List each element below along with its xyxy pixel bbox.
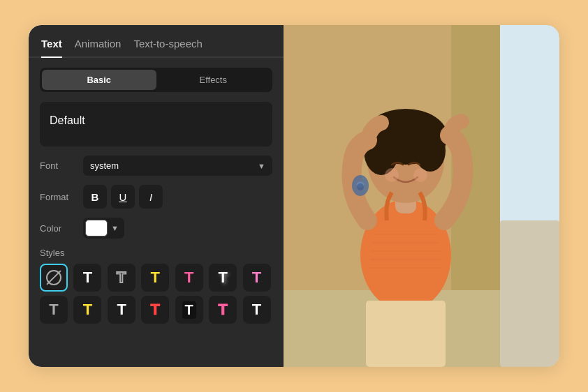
style-outline[interactable]: T <box>108 264 135 292</box>
color-picker[interactable]: ▼ <box>83 218 124 239</box>
style-t-shadow: T <box>218 269 227 287</box>
color-label: Color <box>40 223 83 234</box>
style-t-pink2: T <box>252 269 261 287</box>
style-plain[interactable]: T <box>73 264 101 292</box>
font-value: system <box>90 160 119 171</box>
preset-box: Default <box>40 102 272 146</box>
svg-point-11 <box>400 114 439 145</box>
tab-tts[interactable]: Text-to-speech <box>133 38 202 58</box>
style-t-plain: T <box>83 269 92 287</box>
style-t-red: T <box>151 301 160 319</box>
color-dropdown-arrow: ▼ <box>111 224 119 232</box>
sub-tab-basic[interactable]: Basic <box>42 70 156 90</box>
font-dropdown-arrow: ▼ <box>258 162 265 170</box>
style-shadow[interactable]: T <box>209 264 237 292</box>
bold-button[interactable]: B <box>83 185 107 209</box>
style-t-plain4: T <box>252 301 261 319</box>
photo-svg <box>284 25 559 367</box>
svg-point-13 <box>413 168 427 182</box>
style-yellow[interactable]: T <box>141 264 169 292</box>
no-style-icon <box>46 270 61 285</box>
format-row: Format B U I <box>40 185 272 209</box>
style-pink3[interactable]: T <box>209 296 237 324</box>
style-red[interactable]: T <box>141 296 169 324</box>
preset-label: Default <box>50 114 85 126</box>
italic-button[interactable]: I <box>139 185 163 209</box>
sub-tabs-bar: Basic Effects <box>40 68 272 92</box>
right-panel <box>284 25 559 367</box>
style-t-yellow: T <box>151 269 160 287</box>
style-t-dark-bg: T <box>182 301 196 319</box>
svg-rect-21 <box>366 301 446 367</box>
svg-point-12 <box>385 168 399 182</box>
styles-label: Styles <box>40 248 272 258</box>
styles-grid: T T T T T T T <box>40 264 272 324</box>
color-swatch <box>85 220 108 236</box>
main-card: Text Animation Text-to-speech Basic Effe… <box>29 25 559 367</box>
font-row: Font system ▼ <box>40 156 272 176</box>
style-gray[interactable]: T <box>40 296 68 324</box>
style-pink2[interactable]: T <box>243 264 271 292</box>
svg-rect-22 <box>500 220 559 367</box>
tabs-bar: Text Animation Text-to-speech <box>29 25 284 58</box>
style-plain3[interactable]: T <box>108 296 135 324</box>
color-row: Color ▼ <box>40 218 272 239</box>
photo-background <box>284 25 559 367</box>
style-t-pink3: T <box>218 301 227 319</box>
svg-point-15 <box>357 183 364 190</box>
style-t-plain3: T <box>117 301 126 319</box>
tab-animation[interactable]: Animation <box>75 38 122 58</box>
sub-tab-effects[interactable]: Effects <box>156 70 271 90</box>
underline-button[interactable]: U <box>111 185 135 209</box>
font-label: Font <box>40 160 83 171</box>
style-t-outline: T <box>117 269 126 287</box>
style-none[interactable] <box>40 264 68 292</box>
style-t-yellow2: T <box>83 301 92 319</box>
format-label: Format <box>40 192 83 202</box>
font-select[interactable]: system ▼ <box>83 156 272 176</box>
style-dark-bg[interactable]: T <box>175 296 203 324</box>
style-yellow2[interactable]: T <box>73 296 101 324</box>
left-panel: Text Animation Text-to-speech Basic Effe… <box>29 25 284 367</box>
style-t-pink: T <box>184 269 193 287</box>
style-plain4[interactable]: T <box>243 296 271 324</box>
style-pink[interactable]: T <box>175 264 203 292</box>
style-t-gray: T <box>49 301 58 319</box>
format-buttons: B U I <box>83 185 163 209</box>
tab-text[interactable]: Text <box>41 38 62 58</box>
